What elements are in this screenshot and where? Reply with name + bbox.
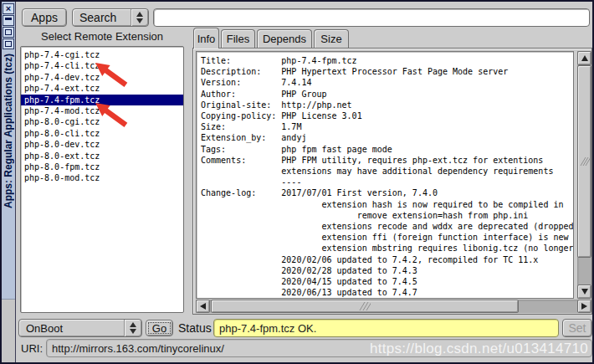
apps-window: × Apps: Regular Applications (tcz) Apps … [0,0,594,364]
chevron-updown-icon [124,320,141,336]
tab-panel: Title: php-7.4-fpm.tcz Description: PHP … [192,48,592,315]
extension-list[interactable]: php-7.4-cgi.tcz php-7.4-cli.tcz php-7.4-… [20,46,184,313]
onboot-dropdown[interactable]: OnBoot [18,319,142,337]
v-scrollbar-thumb[interactable] [577,65,591,258]
watermark: https://blog.csdn.net/u013414710 [370,341,588,357]
resize-grip[interactable] [2,299,15,362]
list-item-selected[interactable]: php-7.4-fpm.tcz [21,95,183,105]
tab-size[interactable]: Size [314,29,349,48]
apps-menu-button[interactable]: Apps [22,8,67,27]
list-item[interactable]: php-7.4-cli.tcz [21,60,183,71]
list-header: Select Remote Extension [20,30,184,43]
h-scrollbar-thumb[interactable] [211,300,519,313]
uri-label: URI: [21,342,43,355]
search-mode-label: Search [73,11,131,24]
list-item[interactable]: php-8.0-ext.tcz [21,151,183,161]
maximize-icon[interactable] [3,27,14,38]
restore-icon[interactable] [3,38,14,49]
search-mode-dropdown[interactable]: Search [72,8,149,27]
status-field: php-7.4-fpm.tcz OK. [213,319,559,337]
info-text-area[interactable]: Title: php-7.4-fpm.tcz Description: PHP … [196,51,574,299]
list-item[interactable]: php-8.0-dev.tcz [21,139,183,150]
scroll-up-icon[interactable] [577,51,591,65]
scroll-right-icon[interactable] [577,300,591,313]
go-button[interactable]: Go [146,320,173,336]
status-label: Status [178,321,212,335]
list-item[interactable]: php-8.0-mod.tcz [21,172,183,183]
tab-depends[interactable]: Depends [257,29,312,48]
shade-icon[interactable] [3,15,14,26]
list-item[interactable]: php-7.4-cgi.tcz [21,49,183,60]
grip-icon [359,301,371,311]
scroll-left-icon[interactable] [196,300,210,313]
onboot-label: OnBoot [19,322,124,335]
scroll-down-icon[interactable] [577,285,591,299]
close-icon[interactable]: × [3,3,14,14]
list-item[interactable]: php-8.0-cli.tcz [21,128,183,139]
set-button[interactable]: Set [562,319,592,337]
tab-files[interactable]: Files [221,29,255,48]
tab-info[interactable]: Info [193,28,219,49]
list-item[interactable]: php-8.0-fpm.tcz [21,161,183,172]
list-item[interactable]: php-8.0-cgi.tcz [21,116,183,127]
chevron-updown-icon [131,9,148,26]
grip-icon [580,156,590,167]
list-item[interactable]: php-7.4-ext.tcz [21,83,183,94]
list-item[interactable]: php-7.4-mod.tcz [21,105,183,116]
window-titlebar[interactable]: × Apps: Regular Applications (tcz) [2,2,16,362]
info-text: Title: php-7.4-fpm.tcz Description: PHP … [197,52,573,299]
list-item[interactable]: php-7.4-dev.tcz [21,72,183,83]
window-title-vertical: Apps: Regular Applications (tcz) [2,54,16,300]
search-input[interactable] [153,8,590,27]
